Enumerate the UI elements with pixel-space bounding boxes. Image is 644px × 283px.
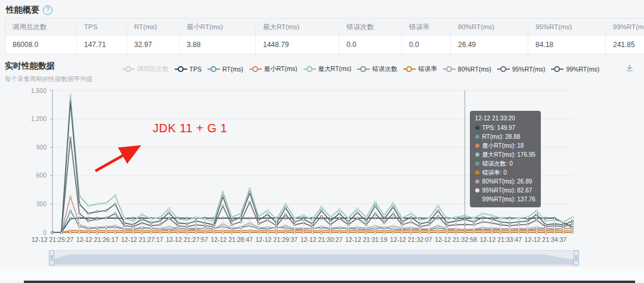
legend-label: 错误率 [418, 65, 437, 73]
summary-col-header: RT(ms) [127, 18, 179, 35]
summary-value-cell: 241.85 [606, 36, 644, 54]
svg-text:12-12 21:30:27: 12-12 21:30:27 [301, 236, 343, 243]
summary-col-header: 99%RT(ms) [606, 18, 644, 35]
svg-text:12-12 21:33:47: 12-12 21:33:47 [479, 236, 522, 243]
svg-text:12-12 21:32:07: 12-12 21:32:07 [390, 236, 432, 243]
legend-label: 最大RT(ms) [318, 65, 352, 73]
summary-header-row: 调用总次数TPSRT(ms)最小RT(ms)最大RT(ms)错误次数错误率80%… [5, 18, 644, 35]
datazoom-handle-right[interactable] [574, 250, 579, 266]
summary-value-cell: 32.97 [127, 36, 179, 54]
legend-item[interactable]: 95%RT(ms) [497, 66, 546, 73]
svg-text:12-12 21:31:19: 12-12 21:31:19 [345, 236, 388, 243]
annotation-text: JDK 11 + G 1 [153, 122, 227, 135]
summary-col-header: 调用总次数 [5, 18, 77, 35]
legend-marker-icon [208, 66, 220, 72]
legend-label: 错误次数 [372, 65, 397, 73]
svg-text:12-12 21:27:17: 12-12 21:27:17 [121, 236, 163, 243]
legend-marker-icon [175, 66, 187, 72]
below-chart-band [0, 268, 644, 281]
legend-marker-icon [249, 66, 262, 72]
legend-item[interactable]: 99%RT(ms) [551, 66, 599, 73]
svg-text:12-12 21:27:57: 12-12 21:27:57 [166, 236, 208, 243]
legend-marker-icon [304, 66, 316, 72]
summary-col-header: 错误率 [402, 18, 451, 35]
svg-text:12-12 21:25:27: 12-12 21:25:27 [32, 236, 74, 243]
x-axis-labels: 12-12 21:25:2712-12 21:26:1712-12 21:27:… [32, 232, 567, 243]
series-lines [51, 94, 573, 234]
download-icon [625, 63, 634, 73]
summary-section-header: 性能概要 [6, 5, 52, 15]
chart-canvas: 03006009001,2001,50012-12 21:25:2712-12 … [0, 83, 644, 256]
legend-marker-icon [443, 66, 456, 72]
legend-label: 最小RT(ms) [264, 65, 298, 73]
summary-value-cell: 0.0 [339, 36, 402, 54]
legend-item[interactable]: 错误率 [403, 65, 437, 73]
legend-item[interactable]: 80%RT(ms) [443, 66, 491, 73]
summary-title: 性能概要 [6, 5, 39, 15]
summary-col-header: 错误次数 [339, 18, 402, 35]
legend-marker-icon [122, 66, 135, 72]
legend-label: RT(ms) [222, 66, 243, 73]
legend-marker-icon [403, 66, 416, 72]
legend-label: 80%RT(ms) [458, 66, 491, 73]
legend-label: 调用总次数 [137, 65, 169, 73]
summary-col-header: TPS [77, 18, 127, 35]
datazoom-data-shadow [52, 251, 576, 265]
legend-item[interactable]: 调用总次数 [122, 65, 169, 73]
help-icon[interactable] [43, 5, 52, 15]
summary-value-cell: 147.71 [77, 36, 127, 54]
svg-text:12-12 21:32:58: 12-12 21:32:58 [435, 236, 477, 243]
performance-chart[interactable]: 03006009001,2001,50012-12 21:25:2712-12 … [0, 83, 644, 256]
summary-value-cell: 0.0 [402, 36, 451, 54]
realtime-subtitle: 每个采集周期的性能数据平均值 [5, 75, 92, 83]
svg-text:0: 0 [43, 229, 47, 236]
summary-col-header: 80%RT(ms) [451, 18, 528, 35]
datazoom-slider[interactable] [51, 250, 577, 266]
summary-col-header: 最大RT(ms) [256, 18, 339, 35]
annotation-arrow [95, 147, 138, 171]
summary-value-cell: 1448.79 [256, 36, 339, 54]
svg-text:12-12 21:26:17: 12-12 21:26:17 [76, 236, 119, 243]
svg-text:300: 300 [36, 200, 47, 207]
summary-col-header: 95%RT(ms) [528, 18, 606, 35]
summary-table: 调用总次数TPSRT(ms)最小RT(ms)最大RT(ms)错误次数错误率80%… [5, 18, 644, 54]
legend-marker-icon [497, 66, 510, 72]
realtime-title: 实时性能数据 [5, 61, 55, 71]
legend-item[interactable]: RT(ms) [208, 66, 243, 73]
legend-marker-icon [551, 66, 564, 72]
summary-value-cell: 84.18 [528, 36, 606, 54]
chart-legend: 调用总次数TPSRT(ms)最小RT(ms)最大RT(ms)错误次数错误率80%… [122, 65, 599, 73]
summary-col-header: 最小RT(ms) [179, 18, 256, 35]
summary-value-cell: 3.88 [179, 36, 256, 54]
legend-item[interactable]: 最小RT(ms) [249, 65, 298, 73]
legend-item[interactable]: TPS [175, 66, 202, 73]
svg-text:12-12 21:34:37: 12-12 21:34:37 [525, 236, 567, 243]
datazoom-handle-left[interactable] [49, 250, 54, 266]
svg-text:600: 600 [36, 172, 47, 179]
legend-item[interactable]: 最大RT(ms) [304, 65, 352, 73]
summary-value-cell: 26.49 [451, 36, 528, 54]
download-button[interactable] [624, 62, 636, 74]
legend-item[interactable]: 错误次数 [357, 65, 397, 73]
legend-label: 99%RT(ms) [566, 66, 599, 73]
legend-label: 95%RT(ms) [512, 66, 546, 73]
summary-value-cell: 86008.0 [5, 36, 77, 54]
legend-label: TPS [190, 66, 202, 73]
svg-text:1,200: 1,200 [31, 115, 47, 122]
bottom-window-edge [24, 281, 635, 283]
svg-text:12-12 21:28:47: 12-12 21:28:47 [210, 236, 253, 243]
svg-text:12-12 21:29:37: 12-12 21:29:37 [256, 236, 298, 243]
svg-text:1,500: 1,500 [31, 87, 47, 94]
summary-value-row: 86008.0147.7132.973.881448.790.00.026.49… [5, 35, 644, 54]
legend-marker-icon [357, 66, 370, 72]
svg-text:900: 900 [36, 144, 47, 151]
